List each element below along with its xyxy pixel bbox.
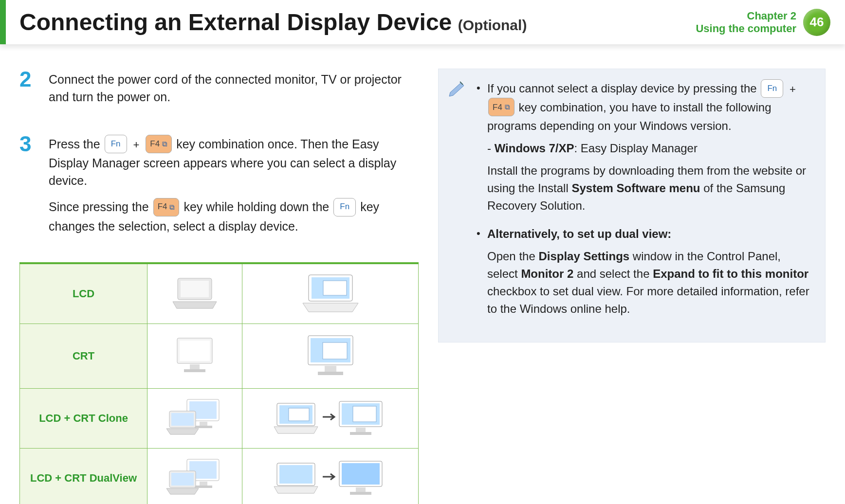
step-2-text: Connect the power cord of the connected …: [49, 71, 419, 106]
text: checkbox to set dual view. For more deta…: [487, 285, 809, 315]
svg-rect-30: [200, 482, 207, 486]
svg-rect-7: [190, 364, 200, 369]
svg-rect-33: [171, 473, 194, 486]
svg-rect-17: [195, 426, 212, 428]
plus-symbol: +: [790, 83, 796, 95]
laptop-off-icon: [147, 263, 242, 324]
note-install-line: Install the programs by downloading them…: [487, 162, 811, 215]
fn-key-icon: Fn: [761, 79, 783, 98]
right-column: If you cannot select a display device by…: [438, 69, 826, 342]
svg-rect-31: [195, 486, 212, 488]
note-windows-line: - Windows 7/XP: Easy Display Manager: [487, 140, 811, 157]
bold: Expand to fit to this monitor: [653, 267, 808, 280]
f4-label: F4: [158, 201, 167, 213]
display-switch-icon: ⧉: [162, 139, 167, 149]
clone-icon: [242, 389, 419, 449]
svg-rect-26: [356, 428, 366, 432]
f4-label: F4: [493, 101, 502, 114]
note-dualview-line: Open the Display Settings window in the …: [487, 248, 811, 318]
svg-rect-8: [184, 369, 205, 372]
svg-rect-35: [279, 465, 312, 484]
monitor-off-icon: [147, 324, 242, 389]
chapter-label: Chapter 2: [696, 10, 796, 22]
f4-key-icon: F4⧉: [488, 98, 514, 116]
step-body: Connect the power cord of the connected …: [49, 69, 419, 115]
text: key combination, you have to install the…: [487, 101, 771, 133]
display-mode-table: LCD CRT LCD + CRT Clone: [19, 262, 419, 504]
step-number: 3: [19, 133, 39, 244]
header-right: Chapter 2 Using the computer 46: [696, 9, 830, 36]
chapter-sub: Using the computer: [696, 22, 796, 35]
svg-rect-25: [353, 406, 376, 422]
svg-rect-39: [350, 492, 371, 495]
svg-rect-38: [356, 487, 366, 492]
mode-label: LCD + CRT DualView: [20, 449, 147, 504]
chapter-block: Chapter 2 Using the computer: [696, 10, 796, 35]
mode-label: LCD: [20, 263, 147, 324]
text: Since pressing the: [49, 200, 152, 214]
step-3-p1: Press the Fn + F4⧉ key combination once.…: [49, 135, 419, 190]
svg-rect-6: [180, 341, 210, 361]
text: key while holding down the: [184, 200, 332, 214]
page-title: Connecting an External Display Device: [19, 9, 452, 35]
text: : Easy Display Manager: [574, 142, 697, 155]
svg-rect-19: [171, 413, 194, 426]
text: Press the: [49, 137, 104, 151]
svg-rect-1: [181, 281, 209, 297]
svg-rect-12: [325, 366, 336, 372]
page-subtitle: (Optional): [458, 17, 527, 33]
note-bullet-2: Alternatively, to set up dual view: Open…: [477, 225, 811, 318]
step-body: Press the Fn + F4⧉ key combination once.…: [49, 133, 419, 244]
mode-label: CRT: [20, 324, 147, 389]
left-column: 2 Connect the power cord of the connecte…: [19, 69, 419, 504]
f4-key-icon: F4⧉: [153, 198, 180, 216]
laptop-on-icon: [242, 263, 419, 324]
text: and select the: [573, 267, 653, 280]
svg-rect-22: [289, 408, 309, 421]
page-number-badge: 46: [803, 9, 830, 36]
bold: Monitor 2: [521, 267, 573, 280]
bold: System Software menu: [571, 181, 700, 195]
bold: Alternatively, to set up dual view:: [487, 227, 671, 240]
f4-key-icon: F4⧉: [146, 135, 172, 153]
text: Open the: [487, 250, 538, 263]
fn-key-icon: Fn: [105, 135, 127, 153]
bold: Windows 7/XP: [495, 142, 574, 155]
table-row: CRT: [20, 324, 419, 389]
display-switch-icon: ⧉: [169, 202, 175, 213]
step-2: 2 Connect the power cord of the connecte…: [19, 69, 419, 115]
step-3: 3 Press the Fn + F4⧉ key combination onc…: [19, 133, 419, 244]
table-row: LCD + CRT DualView: [20, 449, 419, 504]
display-switch-icon: ⧉: [505, 102, 510, 113]
svg-rect-37: [342, 463, 380, 485]
fn-key-icon: Fn: [333, 198, 356, 216]
laptop-monitor-icon: [147, 449, 242, 504]
dualview-icon: [242, 449, 419, 504]
step-number: 2: [19, 69, 39, 115]
table-row: LCD: [20, 263, 419, 324]
bold: Display Settings: [538, 250, 629, 263]
page-header: Connecting an External Display Device (O…: [0, 0, 845, 44]
step-3-p2: Since pressing the F4⧉ key while holding…: [49, 198, 419, 235]
note-icon: [447, 78, 467, 97]
svg-rect-27: [350, 432, 371, 435]
monitor-on-icon: [242, 324, 419, 389]
svg-rect-16: [200, 422, 207, 426]
text: If you cannot select a display device by…: [487, 82, 760, 95]
plus-symbol: +: [133, 139, 140, 151]
table-row: LCD + CRT Clone: [20, 389, 419, 449]
laptop-monitor-icon: [147, 389, 242, 449]
svg-rect-11: [323, 342, 347, 359]
svg-rect-4: [323, 281, 347, 295]
f4-label: F4: [150, 138, 160, 150]
mode-label: LCD + CRT Clone: [20, 389, 147, 449]
svg-rect-13: [318, 372, 343, 375]
note-bullet-1: If you cannot select a display device by…: [477, 80, 811, 215]
note-box: If you cannot select a display device by…: [438, 69, 826, 342]
